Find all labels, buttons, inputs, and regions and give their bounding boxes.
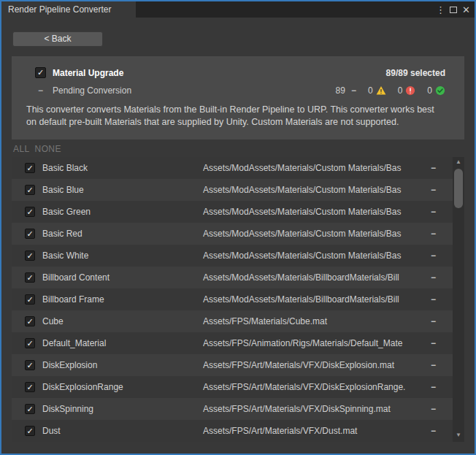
material-name: Basic White [42,251,203,261]
close-icon[interactable]: ✕ [462,5,470,15]
selection-links: ALLNONE [13,144,475,154]
row-checkbox[interactable] [25,272,35,283]
table-row[interactable]: Basic Blue Assets/ModAssets/Materials/Cu… [12,179,453,201]
material-name: Basic Blue [42,185,203,195]
scrollbar[interactable]: ▲ ▼ [453,157,464,442]
table-row[interactable]: Default_Material Assets/FPS/Animation/Ri… [12,332,453,354]
back-button[interactable]: < Back [12,31,103,47]
material-path: Assets/FPS/Art/Materials/VFX/DiskExplosi… [203,382,431,392]
window-controls: ⋮ ✕ [436,1,470,18]
table-row[interactable]: Basic Red Assets/ModAssets/Materials/Cus… [12,223,453,245]
selected-summary: 89/89 selected [386,68,445,78]
material-path: Assets/FPS/Art/Materials/VFX/Dust.mat [203,426,431,436]
material-list: Basic Black Assets/ModAssets/Materials/C… [12,157,464,442]
material-name: DiskExplosion [42,360,203,370]
material-path: Assets/FPS/Materials/Cube.mat [203,316,431,326]
row-checkbox[interactable] [25,316,35,326]
material-name: Basic Black [42,163,203,173]
warning-count: 0 [368,85,373,96]
row-status-dash: − [431,272,453,283]
pending-conversion-row: − Pending Conversion 89 − 0 0 [35,85,445,96]
error-count-group: 0 [398,85,416,96]
scroll-down-icon[interactable]: ▼ [453,432,464,440]
pending-count-group: 89 − [336,85,356,96]
error-count: 0 [398,85,403,96]
table-row[interactable]: DiskExplosion Assets/FPS/Art/Materials/V… [12,354,453,376]
row-checkbox[interactable] [25,294,35,305]
render-pipeline-converter-window: Render Pipeline Converter ⋮ ✕ < Back Mat… [0,0,476,455]
row-checkbox[interactable] [25,207,35,217]
material-rows: Basic Black Assets/ModAssets/Materials/C… [12,157,453,442]
success-count: 0 [427,85,432,96]
success-icon [435,85,445,96]
error-icon [405,85,415,96]
toolbar: < Back [1,18,475,47]
row-status-dash: − [431,426,453,436]
select-none-link[interactable]: NONE [35,144,61,154]
table-row[interactable]: Basic Black Assets/ModAssets/Materials/C… [12,157,453,179]
pending-conversion-label: Pending Conversion [53,85,131,96]
material-path: Assets/ModAssets/Materials/Custom Materi… [203,229,431,239]
material-path: Assets/FPS/Animation/Rigs/Materials/Defa… [203,338,431,348]
row-status-dash: − [431,294,453,305]
table-row[interactable]: Basic White Assets/ModAssets/Materials/C… [12,245,453,267]
row-checkbox[interactable] [25,360,35,370]
maximize-icon[interactable] [450,7,457,13]
row-checkbox[interactable] [25,404,35,414]
converter-title: Material Upgrade [53,68,123,78]
material-name: Billboard Frame [42,294,203,305]
warning-icon [376,85,386,96]
row-checkbox[interactable] [25,163,35,173]
row-checkbox[interactable] [25,426,35,436]
material-path: Assets/FPS/Art/Materials/VFX/DiskExplosi… [203,360,431,370]
window-title: Render Pipeline Converter [8,4,111,15]
table-row[interactable]: DiskExplosionRange Assets/FPS/Art/Materi… [12,376,453,398]
material-name: DiskSpinning [42,404,203,414]
converter-panel: Material Upgrade 89/89 selected − Pendin… [12,56,464,139]
row-checkbox[interactable] [25,251,35,261]
row-checkbox[interactable] [25,185,35,195]
converter-header-row: Material Upgrade 89/89 selected [35,67,445,78]
row-status-dash: − [431,338,453,348]
row-checkbox[interactable] [25,229,35,239]
table-row[interactable]: Cube Assets/FPS/Materials/Cube.mat − [12,310,453,332]
scrollbar-thumb[interactable] [454,169,463,208]
row-status-dash: − [431,251,453,261]
material-name: Default_Material [42,338,203,348]
converter-checkbox[interactable] [35,67,46,78]
converter-description: This converter converts Materials from t… [26,104,445,129]
material-name: DiskExplosionRange [42,382,203,392]
table-row[interactable]: Billboard Content Assets/ModAssets/Mater… [12,267,453,288]
kebab-menu-icon[interactable]: ⋮ [436,5,445,15]
material-path: Assets/ModAssets/Materials/Custom Materi… [203,251,431,261]
row-status-dash: − [431,404,453,414]
row-status-dash: − [431,316,453,326]
pending-dash-icon: − [35,85,46,96]
select-all-link[interactable]: ALL [13,144,30,154]
material-name: Basic Red [42,229,203,239]
row-status-dash: − [431,163,453,173]
material-path: Assets/ModAssets/Materials/BillboardMate… [203,272,431,283]
row-checkbox[interactable] [25,338,35,348]
table-row[interactable]: DiskSpinning Assets/FPS/Art/Materials/VF… [12,398,453,420]
pending-count: 89 [336,85,345,96]
material-name: Basic Green [42,207,203,217]
material-path: Assets/FPS/Art/Materials/VFX/DiskSpinnin… [203,404,431,414]
row-status-dash: − [431,185,453,195]
table-row[interactable]: Billboard Frame Assets/ModAssets/Materia… [12,288,453,310]
table-row[interactable]: Basic Green Assets/ModAssets/Materials/C… [12,201,453,223]
success-count-group: 0 [427,85,445,96]
material-path: Assets/ModAssets/Materials/Custom Materi… [203,185,431,195]
row-status-dash: − [431,360,453,370]
tab-render-pipeline-converter[interactable]: Render Pipeline Converter [1,1,136,18]
material-name: Billboard Content [42,272,203,283]
titlebar: Render Pipeline Converter ⋮ ✕ [1,1,475,18]
row-status-dash: − [431,207,453,217]
scroll-up-icon[interactable]: ▲ [456,158,461,167]
status-counts: 89 − 0 0 [327,85,445,96]
material-path: Assets/ModAssets/Materials/BillboardMate… [203,294,431,305]
table-row[interactable]: Dust Assets/FPS/Art/Materials/VFX/Dust.m… [12,420,453,442]
material-name: Cube [42,316,203,326]
row-status-dash: − [431,229,453,239]
row-checkbox[interactable] [25,382,35,392]
